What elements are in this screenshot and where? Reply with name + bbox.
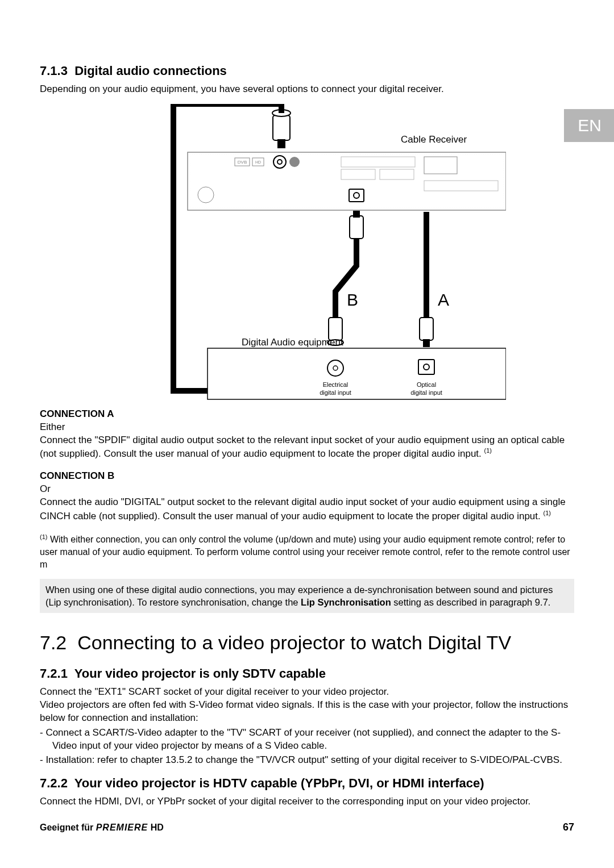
svg-point-10 bbox=[289, 157, 300, 167]
section-7-2-2-num: 7.2.2 bbox=[40, 776, 68, 790]
connection-b-heading: CONNECTION B bbox=[40, 470, 574, 483]
language-tab: EN bbox=[564, 109, 614, 142]
section-7-2-num: 7.2 bbox=[40, 632, 67, 653]
note-line2b: setting as described in paragraph 9.7. bbox=[391, 597, 551, 607]
intro-text: Depending on your audio equipment, you h… bbox=[40, 83, 574, 96]
footer-left: Geeignet für PREMIERE HD bbox=[40, 821, 164, 834]
section-number: 7.1.3 bbox=[40, 64, 68, 78]
connection-b-text: Connect the audio "DIGITAL" output socke… bbox=[40, 496, 574, 523]
electrical-label-1: Electrical bbox=[323, 381, 349, 388]
sec721-p1: Connect the "EXT1" SCART socket of your … bbox=[40, 686, 574, 699]
section-7-1-3-heading: 7.1.3 Digital audio connections bbox=[40, 62, 574, 80]
svg-rect-23 bbox=[423, 339, 430, 347]
sec721-p2: Video projectors are often fed with S-Vi… bbox=[40, 699, 574, 725]
connection-b-or: Or bbox=[40, 483, 574, 496]
connection-diagram: DVB HD Cable Receiver B A bbox=[108, 104, 506, 402]
label-a: A bbox=[438, 290, 449, 309]
svg-rect-0 bbox=[273, 115, 290, 140]
section-7-2-1-heading: 7.2.1 Your video projector is only SDTV … bbox=[40, 665, 574, 682]
page-footer: Geeignet für PREMIERE HD 67 bbox=[40, 820, 574, 834]
section-7-2-title: Connecting to a video projector to watch… bbox=[77, 632, 511, 653]
label-b: B bbox=[347, 290, 358, 309]
section-7-2-2-title: Your video projector is HDTV capable (YP… bbox=[74, 776, 484, 790]
note-box: When using one of these digital audio co… bbox=[40, 579, 574, 614]
sec721-list: Connect a SCART/S-Video adapter to the "… bbox=[40, 727, 574, 767]
connection-a-either: Either bbox=[40, 421, 574, 434]
dae-label: Digital Audio equipment bbox=[242, 337, 343, 348]
svg-rect-16 bbox=[349, 189, 364, 202]
dvb-label: DVB bbox=[238, 160, 247, 165]
connection-b-body: Connect the audio "DIGITAL" output socke… bbox=[40, 496, 566, 521]
footer-hd: HD bbox=[148, 823, 164, 832]
page-number: 67 bbox=[563, 820, 574, 834]
section-7-2-heading: 7.2 Connecting to a video projector to w… bbox=[40, 630, 574, 656]
optical-label-1: Optical bbox=[417, 381, 436, 388]
footnote: (1) With either connection, you can only… bbox=[40, 533, 574, 570]
footer-text: Geeignet für bbox=[40, 823, 96, 832]
sec722-p1: Connect the HDMI, DVI, or YPbPr socket o… bbox=[40, 795, 574, 808]
svg-rect-18 bbox=[350, 216, 363, 239]
footnote-sup: (1) bbox=[40, 533, 47, 540]
section-7-2-1-num: 7.2.1 bbox=[40, 666, 68, 681]
section-title: Digital audio connections bbox=[74, 64, 227, 78]
section-7-2-2-heading: 7.2.2 Your video projector is HDTV capab… bbox=[40, 775, 574, 792]
svg-rect-24 bbox=[208, 348, 506, 399]
electrical-label-2: digital input bbox=[320, 389, 351, 396]
optical-label-2: digital input bbox=[410, 389, 442, 396]
footer-brand: PREMIERE bbox=[96, 823, 148, 832]
svg-rect-22 bbox=[420, 318, 433, 340]
connection-a-sup: (1) bbox=[484, 447, 492, 454]
svg-rect-2 bbox=[277, 139, 285, 148]
svg-rect-19 bbox=[353, 211, 360, 218]
sec721-li2: Installation: refer to chapter 13.5.2 to… bbox=[52, 754, 574, 767]
connection-a-text: Connect the "SPDIF" digital audio output… bbox=[40, 434, 574, 461]
section-7-2-1-title: Your video projector is only SDTV capabl… bbox=[74, 666, 326, 681]
footnote-text: With either connection, you can only con… bbox=[40, 535, 570, 569]
connection-b-sup: (1) bbox=[543, 510, 550, 516]
cable-receiver-label: Cable Receiver bbox=[401, 134, 467, 145]
note-line1: When using one of these digital audio co… bbox=[45, 585, 553, 595]
hd-label: HD bbox=[255, 160, 261, 164]
note-bold: Lip Synchronisation bbox=[301, 597, 391, 607]
sec721-li1: Connect a SCART/S-Video adapter to the "… bbox=[52, 727, 574, 753]
note-line2a: (Lip synchronisation). To restore synchr… bbox=[45, 597, 301, 607]
svg-rect-3 bbox=[188, 152, 506, 210]
connection-a-heading: CONNECTION A bbox=[40, 408, 574, 421]
